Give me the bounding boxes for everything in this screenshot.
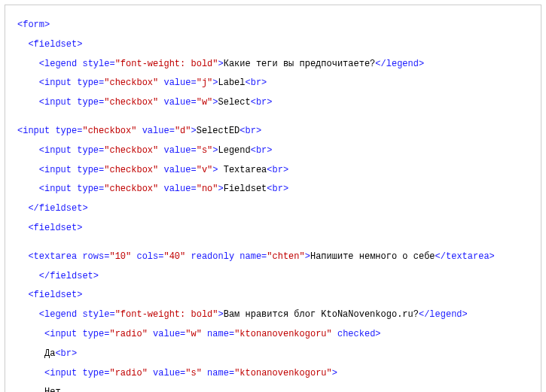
code-token: > [212,77,218,88]
code-token: <input [44,368,77,378]
code-token: Legend [218,145,251,156]
code-token: type= [77,165,104,175]
code-token: value= [163,184,196,194]
code-token: "checkbox" [104,97,158,108]
code-token: checked> [337,329,381,339]
code-token: "radio" [109,368,147,378]
code-token: "chten" [267,251,304,262]
code-token: <br> [267,165,288,175]
code-token: "radio" [109,329,147,339]
code-blank-line [17,113,529,122]
code-token: "checkbox" [104,184,158,194]
code-token: readonly [191,251,234,262]
code-line: Да<br> [17,345,529,364]
code-line: <input type="checkbox" value="d">SelectE… [17,122,529,141]
code-token: Вам нравится блог KtoNaNovenkogo.ru? [224,309,419,320]
code-token: <input [17,126,50,136]
code-token: Select [218,97,251,108]
code-line: </fieldset> [17,267,529,287]
code-token: cols= [136,251,163,262]
code-token: style= [82,59,114,69]
code-token: </legend> [419,309,468,320]
code-line: <form> [17,16,529,35]
code-token: "checkbox" [82,126,136,136]
code-token: <input [44,329,77,339]
code-token: > [218,59,223,69]
code-token: name= [239,251,267,262]
code-token [148,368,153,378]
code-line: <textarea rows="10" cols="40" readonly n… [17,248,529,267]
code-token: type= [55,126,82,136]
code-token: "j" [197,77,213,88]
code-token: <fieldset> [28,39,82,50]
code-line: </fieldset> [17,199,529,219]
code-token: <input [39,145,72,156]
code-line: <input type="checkbox" value="w">Select<… [17,93,529,113]
code-token: </textarea> [435,251,495,262]
code-token: <legend [39,309,77,320]
code-token: <form> [17,20,50,30]
code-token: Label [218,77,246,88]
code-line: <legend style="font-weight: bold">Какие … [17,55,529,74]
code-line: <input type="radio" value="w" name="kton… [17,325,529,345]
code-token: </legend> [375,59,424,69]
code-token: <legend [39,59,77,69]
code-token: <br> [267,184,288,194]
code-token: <fieldset> [28,223,82,233]
code-token: <br> [251,97,273,108]
code-token [332,329,337,339]
code-token: > [191,126,196,136]
code-token: "10" [109,251,131,262]
code-token: type= [82,368,109,378]
code-token: "font-weight: bold" [115,309,218,320]
code-token: "w" [197,97,213,108]
code-line: <input type="checkbox" value="no">Fields… [17,180,529,199]
code-token: </fieldset> [28,203,87,214]
code-token: <input [39,165,72,175]
code-token: Fieldset [224,184,267,194]
code-blank-line [17,239,529,248]
code-token: type= [82,329,109,339]
code-token: type= [77,145,104,156]
code-token: <textarea [28,251,77,262]
code-token: Напишите немного о себе [310,251,435,262]
code-line: <input type="radio" value="s" name="kton… [17,364,529,384]
code-token: <fieldset> [28,290,82,300]
code-token: value= [153,329,185,339]
code-token: "v" [197,165,213,175]
code-token: type= [77,77,104,88]
code-token: > [305,251,310,262]
code-token [148,329,153,339]
code-token: > [332,368,337,378]
code-line: Нет [17,383,529,392]
code-token: "s" [197,145,213,156]
code-token: > [212,145,218,156]
code-line: <fieldset> [17,219,529,239]
code-token: Нет [44,387,61,392]
code-token: value= [153,368,185,378]
code-line: <input type="checkbox" value="j">Label<b… [17,74,529,93]
code-token: "no" [197,184,218,194]
code-token: name= [207,329,234,339]
code-token: "w" [185,329,202,339]
code-token: "d" [175,126,191,136]
code-token: "checkbox" [104,145,158,156]
code-token: value= [163,97,196,108]
code-line: <input type="checkbox" value="s">Legend<… [17,141,529,161]
code-token: <br> [251,145,273,156]
code-token: </fieldset> [39,271,99,281]
code-token: rows= [82,251,109,262]
code-token: <input [39,184,72,194]
code-token: name= [207,368,234,378]
code-token: > [212,165,218,175]
code-token [136,126,142,136]
code-token: "font-weight: bold" [115,59,218,69]
code-token: <br> [55,348,77,359]
code-token: <br> [246,77,267,88]
code-token: "checkbox" [104,77,158,88]
code-token: Какие теги вы предпочитаете? [224,59,376,69]
code-token: <input [39,77,72,88]
code-line: <input type="checkbox" value="v"> Textar… [17,161,529,181]
code-token: type= [77,97,104,108]
code-line: <fieldset> [17,35,529,55]
